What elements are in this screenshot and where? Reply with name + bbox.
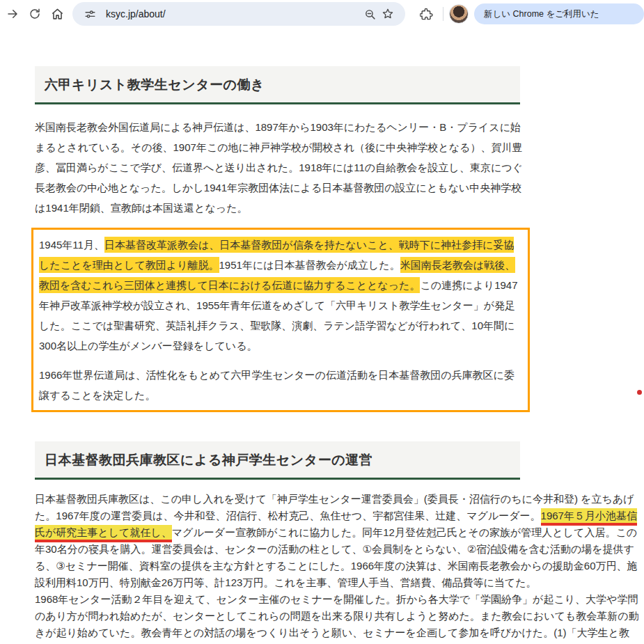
- site-info-icon[interactable]: [81, 5, 99, 23]
- extensions-puzzle-icon[interactable]: [415, 3, 437, 25]
- home-icon[interactable]: [46, 3, 68, 25]
- toolbar-divider: [443, 7, 443, 21]
- reload-icon[interactable]: [24, 3, 46, 25]
- section2: 日本基督教団兵庫教区による神戸学生センターの運営 日本基督教団兵庫教区は、この申…: [35, 441, 644, 644]
- forward-icon[interactable]: [1, 3, 24, 25]
- zoom-out-icon[interactable]: [361, 5, 379, 23]
- bookmark-star-icon[interactable]: [379, 5, 397, 23]
- chrome-promo-button[interactable]: 新しい Chrome をご利用いた: [474, 3, 644, 24]
- chrome-promo-label: 新しい Chrome をご利用いた: [484, 8, 599, 20]
- text-run: 1951年には日本基督教会が成立した。: [219, 259, 400, 271]
- page-content: 六甲キリスト教学生センターの働き 米国南長老教会外国伝道局による神戸伝道は、18…: [0, 28, 644, 644]
- section2-paragraph-a: 日本基督教団兵庫教区は、この申し入れを受けて「神戸学生センター運営委員会」(委員…: [35, 491, 639, 591]
- address-bar[interactable]: ksyc.jp/about/: [72, 2, 405, 26]
- orange-annotation-box: 1945年11月、日本基督改革派教会は、日本基督教団が信条を持たないこと、戦時下…: [31, 228, 530, 412]
- section2-heading: 日本基督教団兵庫教区による神戸学生センターの運営: [35, 441, 520, 480]
- profile-avatar[interactable]: [449, 4, 469, 24]
- red-dot-annotation: [637, 390, 642, 395]
- section2-paragraph-b: 1968年センター活動２年目を迎えて、センター主催のセミナーを開催した。折から各…: [35, 591, 639, 644]
- section1-heading: 六甲キリスト教学生センターの働き: [35, 66, 520, 104]
- browser-toolbar: ksyc.jp/about/ 新しい Chrome をご利用いた: [0, 0, 644, 28]
- boxed-paragraph: 1945年11月、日本基督改革派教会は、日本基督教団が信条を持たないこと、戦時下…: [39, 235, 522, 356]
- url-field[interactable]: ksyc.jp/about/: [106, 8, 361, 19]
- boxed-paragraph2: 1966年世界伝道局は、活性化をもとめて六甲学生センターの伝道活動を日本基督教団…: [39, 365, 522, 405]
- text-run: 1945年11月、: [39, 239, 104, 251]
- section1-paragraph1: 米国南長老教会外国伝道局による神戸伝道は、1897年から1903年にわたるヘンリ…: [35, 117, 531, 218]
